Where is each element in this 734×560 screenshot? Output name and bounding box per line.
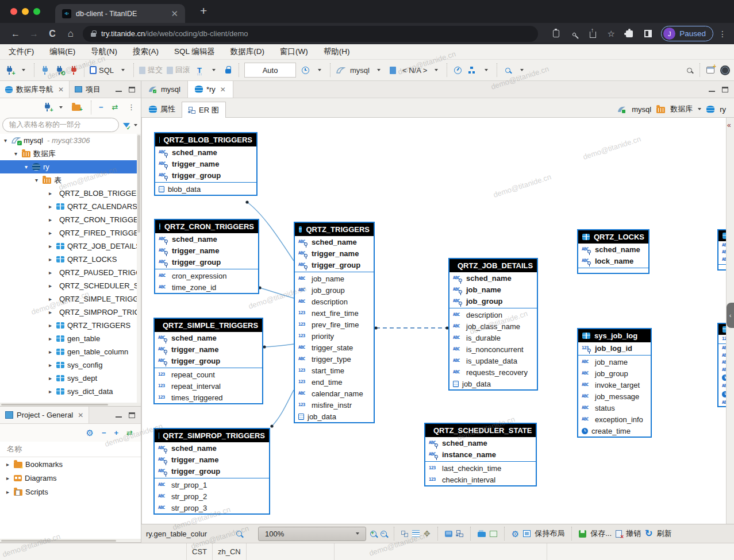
minimize-window-button[interactable] [22,8,29,15]
entity-field-row[interactable]: 123end_time [295,376,374,388]
perspective-button[interactable] [704,63,717,78]
menu-item[interactable]: 导航(N) [91,47,117,57]
entity-field-row[interactable]: 123last_checkin_time [425,462,536,474]
tree-item-table[interactable]: ▸sys_config [0,358,141,372]
tab-mysql-connection[interactable]: ✓ mysql [141,81,187,98]
entity-header[interactable]: QRTZ_JOB_DETAILS [449,259,537,272]
sql-editor-dropdown[interactable] [116,63,130,78]
collapsed-twisty-icon[interactable]: ▸ [47,283,53,289]
entity-pk-row[interactable]: ABCtrigger_name [155,343,262,355]
entity-field-row[interactable]: ABCis_durable [449,332,537,343]
tree-item-table[interactable]: ▸QRTZ_CRON_TRIGGERS [0,213,141,226]
new-connection-dropdown[interactable] [17,63,30,78]
collapsed-twisty-icon[interactable]: ▸ [47,230,53,236]
collapsed-twisty-icon[interactable]: ▸ [5,461,11,468]
entity-field-row[interactable]: ABCjob_message [578,391,651,402]
entity-pk-row[interactable]: 123 [718,335,726,342]
entity-field-row[interactable]: ABCis_nonconcurrent [449,343,537,355]
arrange-icon[interactable] [456,530,463,537]
profile-chip[interactable]: J Paused [661,26,713,41]
reload-icon[interactable]: C [44,29,61,39]
entity-field-row[interactable]: ABCtrigger_state [295,342,374,353]
entity-field-row[interactable]: blob_data [155,183,256,195]
collapsed-twisty-icon[interactable]: ▸ [47,309,53,315]
entity-field-row[interactable]: 123prev_fire_time [295,319,374,330]
tree-horizontal-scrollbar[interactable] [0,403,141,406]
er-entity-partial[interactable]: ABCABCABC [717,229,726,271]
entity-pk-row[interactable]: ABCsched_name [155,442,269,454]
er-entity-QRTZ_SIMPROP_TRIGGERS[interactable]: QRTZ_SIMPROP_TRIGGERSABCsched_nameABCtri… [153,428,270,515]
collapse-all-button[interactable]: − [94,100,108,115]
network-dropdown[interactable] [479,63,493,78]
commit-button[interactable]: 提交 [137,63,164,78]
entity-field-row[interactable]: job_data [449,378,537,389]
collapsed-twisty-icon[interactable]: ▸ [47,335,53,342]
project-item-scripts[interactable]: ▸Scripts [0,485,141,499]
collapsed-twisty-icon[interactable]: ▸ [47,243,53,249]
home-icon[interactable]: ⌂ [62,28,79,40]
entity-header[interactable] [718,230,726,241]
entity-pk-row[interactable]: ABCtrigger_name [155,158,256,169]
tree-item-table[interactable]: ▸QRTZ_CALENDARS [0,200,141,213]
entity-pk-row[interactable]: ABCsched_name [295,236,374,248]
history-dropdown[interactable] [313,63,326,78]
diagram-settings-icon[interactable]: ⚙ [512,530,519,538]
schema-dropdown[interactable] [429,63,443,78]
er-entity-QRTZ_BLOB_TRIGGERS[interactable]: QRTZ_BLOB_TRIGGERSABCsched_nameABCtrigge… [154,132,258,196]
toolbar-search-button[interactable] [501,63,514,78]
close-icon[interactable]: ✕ [58,86,64,94]
new-tab-button[interactable]: + [200,5,207,17]
tree-item-table[interactable]: ▸QRTZ_PAUSED_TRIGGER_GRPS [0,266,141,279]
zoom-level-combo[interactable]: 100% [258,527,366,541]
tab-project-general[interactable]: Project - General ✕ [0,407,89,423]
schema-label[interactable]: < N/A > [401,63,429,78]
clipboard-icon[interactable] [547,30,564,37]
entity-field-row[interactable]: ABCtrigger_type [295,353,374,365]
gear-icon[interactable]: ⚙ [86,428,93,437]
new-connection-small-button[interactable]: + [40,100,54,115]
menu-item[interactable]: 窗口(W) [280,47,308,57]
expand-icon[interactable]: + [114,428,119,437]
tree-item-table[interactable]: ▸sys_dict_data [0,385,141,398]
entity-pk-row[interactable]: ABC [718,256,726,263]
toggle-notes-icon[interactable] [445,531,452,537]
entity-pk-row[interactable]: ABC [718,249,726,256]
breadcrumb-connection[interactable]: mysql [632,105,651,114]
er-entity-partial[interactable]: 123ABCABCABCABCABCABC [717,323,726,407]
entity-field-row[interactable]: ABCcron_expression [155,270,258,281]
er-entity-QRTZ_CRON_TRIGGERS[interactable]: QRTZ_CRON_TRIGGERSABCsched_nameABCtrigge… [154,219,259,294]
tree-item-schema-ry[interactable]: ▾ry [0,160,141,173]
undo-icon[interactable] [616,530,622,538]
performance-gauge-button[interactable] [451,63,464,78]
tree-item-table[interactable]: ▸sys_dept [0,372,141,385]
password-key-icon[interactable] [566,31,583,36]
er-search-value[interactable]: ry.gen_table_colur [146,530,232,538]
link-icon[interactable]: ⇄ [126,428,133,437]
minimize-panel-icon[interactable] [116,91,122,92]
subtab-er-diagram[interactable]: ER 图 [182,102,226,118]
entity-field-row[interactable]: 123times_triggered [155,392,262,403]
collapsed-twisty-icon[interactable]: ▸ [47,190,53,196]
keep-layout-label[interactable]: 保持布局 [535,528,564,539]
collapsed-twisty-icon[interactable]: ▸ [47,256,53,262]
project-item-diagrams[interactable]: ▸Diagrams [0,471,141,485]
tab-projects[interactable]: 项目 [70,81,106,98]
tree-vertical-scrollbar[interactable] [137,134,141,403]
entity-field-row[interactable]: create_time [578,425,651,437]
entity-field-row[interactable]: ABCstr_prop_1 [155,479,269,491]
entity-field-row[interactable]: ABC [718,352,726,359]
entity-field-row[interactable]: ABCjob_name [295,273,374,284]
expanded-twisty-icon[interactable]: ▾ [2,137,9,144]
tree-item-table[interactable]: ▸gen_table_column [0,345,141,358]
keep-layout-icon[interactable] [523,530,531,537]
entity-header[interactable]: sys_job_log [578,329,651,342]
entity-header[interactable]: QRTZ_BLOB_TRIGGERS [155,133,256,146]
tree-item-table[interactable]: ▸QRTZ_SCHEDULER_STATE [0,279,141,292]
entity-field-row[interactable]: ABCstatus [578,402,651,414]
transaction-mode-button[interactable]: T::: [193,63,206,78]
entity-header[interactable] [718,324,726,335]
project-item-bookmarks[interactable]: ▸Bookmarks [0,457,141,471]
share-icon[interactable] [584,29,601,38]
relation-QRTZ_SIMPLE_TRIGGERS-QRTZ_TRIGGERS[interactable] [264,344,294,347]
global-search-icon[interactable] [682,63,696,78]
